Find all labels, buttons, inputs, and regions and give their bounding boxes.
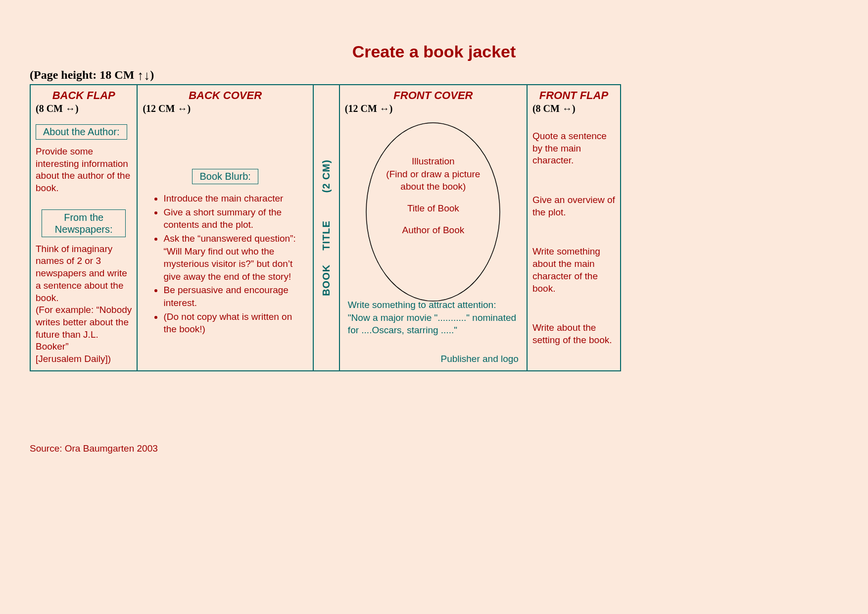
back-cover-dim: (12 CM ↔): [143, 103, 307, 114]
about-author-text: Provide some interesting information abo…: [36, 146, 132, 195]
spine-text: BOOKTITLE(2 CM): [321, 159, 332, 296]
back-flap-cell: BACK FLAP (8 CM ↔) About the Author: Pro…: [30, 85, 137, 371]
blurb-list: Introduce the main character Give a shor…: [143, 192, 307, 336]
front-cover-dim-close: ): [389, 103, 393, 114]
page-title: Create a book jacket: [0, 42, 868, 61]
left-right-arrow-icon: ↔: [65, 103, 75, 114]
spine-book: BOOK: [321, 264, 332, 296]
back-cover-dim-close: ): [187, 103, 191, 114]
about-author-label: About the Author:: [36, 124, 127, 140]
spine-title: TITLE: [321, 220, 332, 251]
front-flap-p4: Write about the setting of the book.: [532, 322, 615, 346]
front-cover-dim-text: (12 CM: [345, 103, 380, 114]
front-flap-p2: Give an overview of the plot.: [532, 194, 615, 218]
illustration-ellipse: Illustration (Find or draw a picture abo…: [359, 120, 507, 308]
back-cover-title: BACK COVER: [143, 89, 307, 102]
left-right-arrow-icon: ↔: [177, 103, 187, 114]
front-flap-dim: (8 CM ↔): [532, 103, 615, 114]
front-flap-dim-close: ): [572, 103, 576, 114]
author-of-book: Author of Book: [374, 224, 492, 237]
front-cover-cell: FRONT COVER (12 CM ↔) Illustration (Find…: [339, 85, 527, 371]
back-cover-dim-text: (12 CM: [143, 103, 177, 114]
jacket-table: BACK FLAP (8 CM ↔) About the Author: Pro…: [30, 84, 621, 371]
title-of-book: Title of Book: [374, 202, 492, 215]
left-right-arrow-icon: ↔: [562, 103, 572, 114]
page-height-text: (Page height: 18 CM: [30, 68, 137, 81]
front-flap-dim-text: (8 CM: [532, 103, 562, 114]
back-flap-dim-text: (8 CM: [36, 103, 65, 114]
list-item: Be persuasive and encourage interest.: [163, 284, 307, 309]
page-height-label: (Page height: 18 CM ↑↓): [30, 67, 154, 82]
newspapers-text: Think of imaginary names of 2 or 3 newsp…: [36, 243, 132, 365]
list-item: (Do not copy what is written on the book…: [163, 310, 307, 336]
list-item: Introduce the main character: [163, 192, 307, 205]
left-right-arrow-icon: ↔: [380, 103, 389, 114]
front-flap-p3: Write something about the main character…: [532, 246, 615, 295]
spine-cell: BOOKTITLE(2 CM): [313, 85, 339, 371]
back-flap-dim: (8 CM ↔): [36, 103, 132, 114]
ellipse-content: Illustration (Find or draw a picture abo…: [374, 155, 492, 236]
up-down-arrow-icon: ↑↓: [137, 68, 150, 83]
spine-dim: (2 CM): [321, 159, 332, 193]
list-item: Give a short summary of the contents and…: [163, 206, 307, 231]
back-cover-cell: BACK COVER (12 CM ↔) Book Blurb: Introdu…: [137, 85, 313, 371]
front-flap-title: FRONT FLAP: [532, 89, 615, 102]
front-flap-cell: FRONT FLAP (8 CM ↔) Quote a sentence by …: [527, 85, 621, 371]
list-item: Ask the “unanswered question”: “Will Mar…: [163, 232, 307, 283]
publisher-text: Publisher and logo: [345, 354, 522, 364]
back-flap-title: BACK FLAP: [36, 89, 132, 102]
from-newspapers-text: From the Newspapers:: [49, 211, 118, 235]
page-height-close: ): [150, 68, 154, 81]
from-newspapers-label: From the Newspapers:: [42, 209, 126, 237]
front-cover-dim: (12 CM ↔): [345, 103, 522, 114]
book-blurb-label: Book Blurb:: [192, 169, 258, 184]
front-flap-p1: Quote a sentence by the main character.: [532, 130, 615, 167]
front-cover-title: FRONT COVER: [345, 89, 522, 102]
illustration-text: Illustration (Find or draw a picture abo…: [374, 155, 492, 193]
source-text: Source: Ora Baumgarten 2003: [30, 443, 158, 454]
back-flap-dim-close: ): [75, 103, 79, 114]
